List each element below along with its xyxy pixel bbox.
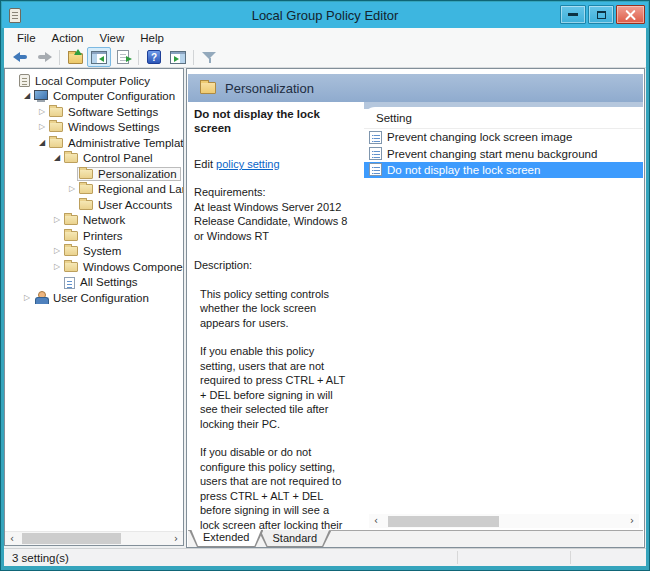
status-text: 3 setting(s) xyxy=(12,552,69,564)
tree-item-all-settings[interactable]: All Settings xyxy=(5,275,183,291)
setting-column-header[interactable]: Setting xyxy=(364,107,643,129)
tree-node: Software Settings xyxy=(47,105,161,119)
scroll-left-icon[interactable]: ‹ xyxy=(5,533,19,545)
expand-arrow-icon[interactable]: ▷ xyxy=(52,262,62,272)
expand-arrow-icon[interactable]: ▷ xyxy=(22,293,32,303)
tree-item-regional-and-langua[interactable]: ▷ Regional and Langua xyxy=(5,182,183,198)
tree-item-network[interactable]: ▷ Network xyxy=(5,213,183,229)
expand-arrow-icon[interactable]: ▷ xyxy=(52,246,62,256)
tree-item-label: Control Panel xyxy=(83,152,153,164)
export-list-icon xyxy=(117,50,129,64)
tree-item-user-configuration[interactable]: ▷ User Configuration xyxy=(5,290,183,306)
expand-arrow-icon[interactable]: ▷ xyxy=(67,184,77,194)
tree-item-computer-configuration[interactable]: ◢ Computer Configuration xyxy=(5,89,183,105)
back-button[interactable] xyxy=(8,47,32,67)
menubar: FileActionViewHelp xyxy=(4,28,646,47)
folder-icon xyxy=(64,153,78,163)
requirements-label: Requirements: xyxy=(194,185,356,200)
expand-arrow-icon[interactable]: ◢ xyxy=(52,153,62,163)
show-action-pane-button[interactable] xyxy=(166,47,190,67)
policy-title: Do not display the lock screen xyxy=(194,107,356,135)
user-icon xyxy=(34,291,48,304)
tab-extended[interactable]: Extended xyxy=(189,530,263,547)
toolbar-separator xyxy=(138,50,139,65)
expand-arrow-icon[interactable]: ▷ xyxy=(52,215,62,225)
tree-item-administrative-templates[interactable]: ◢ Administrative Templates xyxy=(5,135,183,151)
tree-item-label: Network xyxy=(83,214,125,226)
scroll-right-icon[interactable]: › xyxy=(625,515,639,527)
tree-node: Windows Settings xyxy=(47,120,162,134)
expand-arrow-icon[interactable]: ◢ xyxy=(22,91,32,101)
tree-item-printers[interactable]: Printers xyxy=(5,228,183,244)
policy-setting-icon xyxy=(369,131,382,144)
status-cell xyxy=(457,551,567,564)
description-paragraphs: This policy setting controls whether the… xyxy=(194,287,356,531)
tree-node: Windows Components xyxy=(62,260,183,274)
tree-item-system[interactable]: ▷ System xyxy=(5,244,183,260)
tab-standard[interactable]: Standard xyxy=(258,531,331,547)
expand-arrow-icon[interactable]: ◢ xyxy=(37,138,47,148)
setting-row-prevent-changing-lock-screen-image[interactable]: Prevent changing lock screen image xyxy=(364,129,643,145)
tree-item-label: User Configuration xyxy=(53,292,149,304)
maximize-icon xyxy=(597,11,606,19)
up-one-level-button[interactable] xyxy=(63,47,87,67)
edit-prefix: Edit xyxy=(194,158,216,170)
app-area: FileActionViewHelp ? Local Computer Poli… xyxy=(4,28,646,566)
show-console-tree-button[interactable] xyxy=(87,47,111,67)
scrollbar-thumb[interactable] xyxy=(22,533,121,544)
forward-button[interactable] xyxy=(32,47,56,67)
scrollbar-track[interactable] xyxy=(19,533,169,545)
scrollbar-thumb[interactable] xyxy=(388,516,499,527)
expand-arrow-icon[interactable]: ▷ xyxy=(37,107,47,117)
tree-item-windows-settings[interactable]: ▷ Windows Settings xyxy=(5,120,183,136)
toolbar-separator xyxy=(59,50,60,65)
menu-help[interactable]: Help xyxy=(132,30,172,46)
tree-item-local-computer-policy[interactable]: Local Computer Policy xyxy=(5,73,183,89)
tree-item-personalization[interactable]: Personalization xyxy=(5,166,183,182)
folder-icon xyxy=(79,200,93,210)
scroll-right-icon[interactable]: › xyxy=(169,533,183,545)
tree-item-label: User Accounts xyxy=(98,199,172,211)
expand-arrow-icon[interactable]: ▷ xyxy=(37,122,47,132)
edit-policy-line: Edit policy setting xyxy=(194,158,356,170)
tree-item-software-settings[interactable]: ▷ Software Settings xyxy=(5,104,183,120)
tree-node: Personalization xyxy=(77,167,181,181)
toolbar: ? xyxy=(4,47,646,68)
description-paragraph: If you enable this policy setting, users… xyxy=(200,344,348,431)
minimize-button[interactable] xyxy=(560,5,586,24)
tree-item-label: Local Computer Policy xyxy=(35,75,150,87)
setting-label: Prevent changing start menu background xyxy=(387,148,597,160)
allsettings-icon xyxy=(64,277,75,289)
tree-item-windows-components[interactable]: ▷ Windows Components xyxy=(5,259,183,275)
list-horizontal-scrollbar[interactable]: ‹ › xyxy=(369,514,639,528)
tree-item-control-panel[interactable]: ◢ Control Panel xyxy=(5,151,183,167)
setting-label: Do not display the lock screen xyxy=(387,164,540,176)
description-paragraph: If you disable or do not configure this … xyxy=(200,445,348,530)
setting-row-do-not-display-the-lock-screen[interactable]: Do not display the lock screen xyxy=(364,162,643,178)
close-button[interactable] xyxy=(616,5,645,24)
scroll-icon xyxy=(19,74,30,87)
setting-label: Prevent changing lock screen image xyxy=(387,131,572,143)
menu-view[interactable]: View xyxy=(92,30,133,46)
setting-row-prevent-changing-start-menu-background[interactable]: Prevent changing start menu background xyxy=(364,145,643,161)
view-tabs-strip: Extended Standard xyxy=(188,530,643,547)
description-paragraph: This policy setting controls whether the… xyxy=(200,287,348,331)
tree-node: Regional and Langua xyxy=(77,182,183,196)
tree-item-user-accounts[interactable]: User Accounts xyxy=(5,197,183,213)
scroll-left-icon[interactable]: ‹ xyxy=(369,515,383,527)
filter-button[interactable] xyxy=(197,47,221,67)
policy-setting-link[interactable]: policy setting xyxy=(216,158,280,170)
tree-node: Network xyxy=(62,213,128,227)
requirements-text: At least Windows Server 2012 Release Can… xyxy=(194,200,356,244)
help-button[interactable]: ? xyxy=(142,47,166,67)
tree-item-label: Computer Configuration xyxy=(53,90,175,102)
tree-item-label: Personalization xyxy=(98,168,177,180)
export-list-button[interactable] xyxy=(111,47,135,67)
console-tree-icon xyxy=(91,51,107,64)
menu-action[interactable]: Action xyxy=(44,30,92,46)
scrollbar-track[interactable] xyxy=(383,515,625,527)
tree-item-label: Software Settings xyxy=(68,106,158,118)
menu-file[interactable]: File xyxy=(9,30,44,46)
maximize-button[interactable] xyxy=(588,5,614,24)
tree-horizontal-scrollbar[interactable]: ‹ › xyxy=(5,531,183,545)
